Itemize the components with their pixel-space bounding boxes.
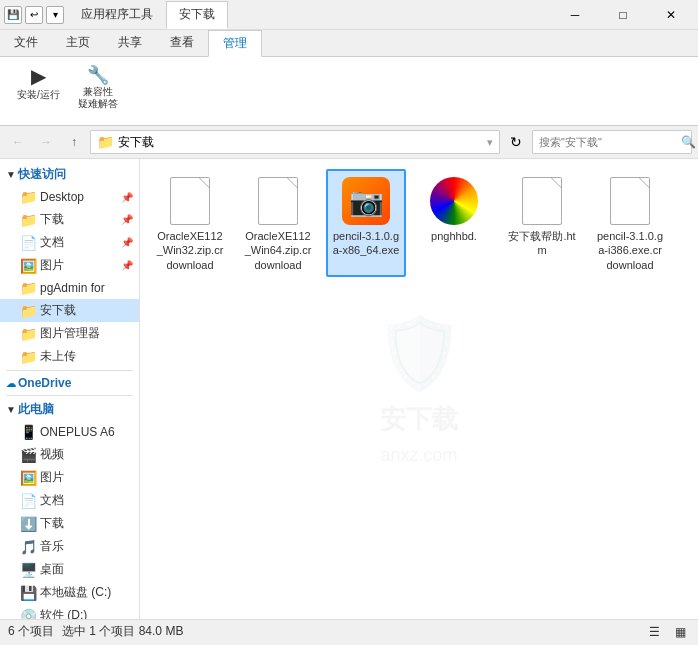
tab-home[interactable]: 主页 — [52, 30, 104, 56]
watermark: 🛡️ 安下载 anxz.com — [376, 312, 463, 466]
refresh-button[interactable]: ↻ — [504, 130, 528, 154]
pc-label: 此电脑 — [18, 401, 54, 418]
pin-icon4: 📌 — [121, 260, 133, 271]
install-run-button[interactable]: ▶ 安装/运行 — [10, 63, 67, 113]
watermark-text: 安下载 — [380, 402, 458, 437]
close-button[interactable]: ✕ — [648, 0, 694, 30]
sidebar-item-phone[interactable]: 📱 ONEPLUS A6 — [0, 421, 139, 443]
dl2-label: 下载 — [40, 515, 64, 532]
watermark-shield-icon: 🛡️ — [376, 312, 463, 394]
file-item-pencil-i386[interactable]: pencil-3.1.0.ga-i386.exe.crdownload — [590, 169, 670, 277]
sidebar-item-dl2[interactable]: ⬇️ 下载 — [0, 512, 139, 535]
compat-icon: 🔧 — [87, 66, 109, 84]
sidebar-item-docs2[interactable]: 📄 文档 — [0, 489, 139, 512]
sidebar-item-imgmgr[interactable]: 📁 图片管理器 — [0, 322, 139, 345]
item-count: 6 个项目 — [8, 623, 54, 640]
sidebar-section-quick-access[interactable]: ▼ 快速访问 — [0, 163, 139, 186]
ribbon: 文件 主页 共享 查看 管理 ▶ 安装/运行 🔧 兼容性疑难解答 — [0, 30, 698, 126]
notupload-icon: 📁 — [20, 349, 36, 365]
ribbon-content: ▶ 安装/运行 🔧 兼容性疑难解答 — [0, 57, 698, 125]
list-view-button[interactable]: ☰ — [644, 622, 664, 642]
docs-label: 文档 — [40, 234, 64, 251]
folder-icon: 📁 — [97, 134, 114, 150]
pgadmin-label: pgAdmin for — [40, 281, 105, 295]
address-path[interactable]: 📁 安下载 ▾ — [90, 130, 500, 154]
status-bar-right: ☰ ▦ — [644, 622, 690, 642]
run-icon: ▶ — [31, 66, 46, 86]
desktop-icon: 📁 — [20, 189, 36, 205]
tab-app-tools[interactable]: 应用程序工具 — [68, 1, 166, 28]
sidebar-item-desktop[interactable]: 📁 Desktop 📌 — [0, 186, 139, 208]
address-bar: ← → ↑ 📁 安下载 ▾ ↻ 🔍 — [0, 126, 698, 159]
file-item-pencil-exe[interactable]: pencil-3.1.0.ga-x86_64.exe — [326, 169, 406, 277]
sidebar-section-pc[interactable]: ▼ 此电脑 — [0, 398, 139, 421]
docs2-label: 文档 — [40, 492, 64, 509]
tab-download[interactable]: 安下载 — [166, 1, 228, 29]
sidebar-item-anzaai[interactable]: 📁 安下载 — [0, 299, 139, 322]
chevron-od-icon: ☁ — [6, 378, 16, 389]
music-icon: 🎵 — [20, 539, 36, 555]
sidebar-item-notupload[interactable]: 📁 未上传 — [0, 345, 139, 368]
quick-access-toolbar[interactable]: 💾 — [4, 6, 22, 24]
pin-icon: 📌 — [121, 192, 133, 203]
file-name-oracle32: OracleXE112_Win32.zip.crdownload — [156, 229, 224, 269]
undo-btn[interactable]: ↩ — [25, 6, 43, 24]
minimize-button[interactable]: ─ — [552, 0, 598, 30]
up-button[interactable]: ↑ — [62, 130, 86, 154]
desktop2-label: 桌面 — [40, 561, 64, 578]
pics-icon: 🖼️ — [20, 258, 36, 274]
search-icon: 🔍 — [681, 135, 696, 149]
compatibility-button[interactable]: 🔧 兼容性疑难解答 — [71, 63, 125, 113]
window-controls: ─ □ ✕ — [552, 0, 694, 30]
sidebar-item-music[interactable]: 🎵 音乐 — [0, 535, 139, 558]
tab-view[interactable]: 查看 — [156, 30, 208, 56]
sidebar-item-docs[interactable]: 📄 文档 📌 — [0, 231, 139, 254]
ribbon-group-run: ▶ 安装/运行 🔧 兼容性疑难解答 — [6, 61, 133, 121]
files-grid: OracleXE112_Win32.zip.crdownload OracleX… — [150, 169, 688, 277]
file-name-oracle64: OracleXE112_Win64.zip.crdownload — [244, 229, 312, 269]
tab-file[interactable]: 文件 — [0, 30, 52, 56]
sidebar-item-cdrive[interactable]: 💾 本地磁盘 (C:) — [0, 581, 139, 604]
file-icon-area2 — [254, 177, 302, 225]
file-area[interactable]: 🛡️ 安下载 anxz.com OracleXE112_Win32.zip.cr… — [140, 159, 698, 619]
file-icon-area6 — [606, 177, 654, 225]
back-button[interactable]: ← — [6, 130, 30, 154]
forward-button[interactable]: → — [34, 130, 58, 154]
main-area: ▼ 快速访问 📁 Desktop 📌 📁 下载 📌 📄 文档 📌 🖼️ 图片 📌… — [0, 159, 698, 619]
file-name-pencil-i386: pencil-3.1.0.ga-i386.exe.crdownload — [596, 229, 664, 269]
tab-manage[interactable]: 管理 — [208, 30, 262, 57]
search-input[interactable] — [539, 136, 677, 148]
video-icon: 🎬 — [20, 447, 36, 463]
cdrive-icon: 💾 — [20, 585, 36, 601]
sidebar-item-pgadmin[interactable]: 📁 pgAdmin for — [0, 277, 139, 299]
sidebar: ▼ 快速访问 📁 Desktop 📌 📁 下载 📌 📄 文档 📌 🖼️ 图片 📌… — [0, 159, 140, 619]
imgmgr-icon: 📁 — [20, 326, 36, 342]
title-bar-left: 💾 ↩ ▾ — [4, 6, 64, 24]
maximize-button[interactable]: □ — [600, 0, 646, 30]
sidebar-section-onedrive[interactable]: ☁ OneDrive — [0, 373, 139, 393]
file-item-oracle32[interactable]: OracleXE112_Win32.zip.crdownload — [150, 169, 230, 277]
png-icon — [430, 177, 478, 225]
path-text: 安下载 — [118, 134, 154, 151]
watermark-subtext: anxz.com — [380, 445, 457, 466]
file-item-oracle64[interactable]: OracleXE112_Win64.zip.crdownload — [238, 169, 318, 277]
title-tabs: 应用程序工具 安下载 — [68, 1, 552, 28]
file-icon-area4 — [430, 177, 478, 225]
tab-share[interactable]: 共享 — [104, 30, 156, 56]
install-run-label: 安装/运行 — [17, 88, 60, 102]
sidebar-item-pics2[interactable]: 🖼️ 图片 — [0, 466, 139, 489]
sidebar-item-ddrive[interactable]: 💿 软件 (D:) — [0, 604, 139, 619]
exe-icon — [342, 177, 390, 225]
sidebar-item-download[interactable]: 📁 下载 📌 — [0, 208, 139, 231]
grid-view-button[interactable]: ▦ — [670, 622, 690, 642]
file-icon-area5 — [518, 177, 566, 225]
folder-options-btn[interactable]: ▾ — [46, 6, 64, 24]
file-item-png[interactable]: pnghhbd. — [414, 169, 494, 277]
file-icon-generic — [170, 177, 210, 225]
sidebar-item-pics[interactable]: 🖼️ 图片 📌 — [0, 254, 139, 277]
compat-label: 兼容性疑难解答 — [78, 86, 118, 110]
file-item-htm[interactable]: 安下载帮助.htm — [502, 169, 582, 277]
sidebar-item-video[interactable]: 🎬 视频 — [0, 443, 139, 466]
pics2-icon: 🖼️ — [20, 470, 36, 486]
sidebar-item-desktop2[interactable]: 🖥️ 桌面 — [0, 558, 139, 581]
